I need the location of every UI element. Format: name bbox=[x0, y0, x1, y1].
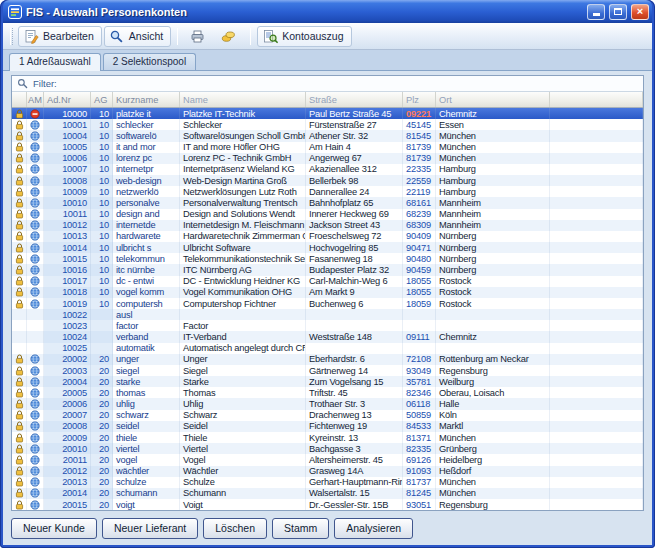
cell-name: Uhlig bbox=[180, 398, 306, 409]
table-row[interactable]: 10006 10 lorenz pc Lorenz PC - Technik G… bbox=[12, 153, 643, 164]
table-row[interactable]: 10001 10 schlecker Schlecker Fürstenstra… bbox=[12, 119, 643, 130]
table-row[interactable]: 20010 20 viertel Viertel Bachgasse 3 823… bbox=[12, 443, 643, 454]
filter-row[interactable]: Filter: bbox=[12, 76, 643, 92]
cell-ort: Mannheim bbox=[436, 209, 550, 220]
cell-adnr: 20007 bbox=[44, 410, 91, 421]
table-row[interactable]: 10018 10 vogel komm Vogel Kommunikation … bbox=[12, 287, 643, 298]
cell-kurzname: computersh bbox=[113, 298, 180, 309]
table-row[interactable]: 20002 20 unger Unger Eberhardstr. 6 7210… bbox=[12, 354, 643, 365]
cell-kurzname: softwarelö bbox=[113, 130, 180, 141]
toolbar-grip[interactable] bbox=[10, 28, 13, 45]
cell-filler bbox=[550, 276, 643, 287]
table-row[interactable]: 10011 10 design and Design and Solutions… bbox=[12, 209, 643, 220]
column-header-name[interactable]: Name bbox=[180, 92, 306, 107]
table-row[interactable]: 20012 20 wächtler Wächtler Grasweg 14A 9… bbox=[12, 466, 643, 477]
neuer-kunde-button[interactable]: Neuer Kunde bbox=[11, 518, 97, 539]
table-row[interactable]: 10004 10 softwarelö Softwarelösungen Sch… bbox=[12, 130, 643, 141]
table-row[interactable]: 10023 factor Factor bbox=[12, 320, 643, 331]
table-row[interactable]: 20005 20 thomas Thomas Triftstr. 45 8234… bbox=[12, 387, 643, 398]
cell-ag bbox=[91, 309, 113, 320]
table-row[interactable]: 10017 10 dc - entwi DC - Entwicklung Hei… bbox=[12, 276, 643, 287]
cell-ort: Grünberg bbox=[436, 443, 550, 454]
cell-ag: 20 bbox=[91, 365, 113, 376]
table-row[interactable]: 20009 20 thiele Thiele Kyreinstr. 13 813… bbox=[12, 432, 643, 443]
table-row[interactable]: 10016 10 itc nürnbe ITC Nürnberg AG Buda… bbox=[12, 264, 643, 275]
tab-selektionspool[interactable]: 2 Selektionspool bbox=[103, 53, 196, 70]
cell-am bbox=[27, 242, 44, 253]
table-row[interactable]: 10000 10 platzke it Platzke IT-Technik P… bbox=[12, 108, 643, 119]
table-row[interactable]: 10015 10 telekommun Telekommunikationste… bbox=[12, 253, 643, 264]
tab-adressauswahl[interactable]: 1 Adreßauswahl bbox=[9, 53, 101, 71]
table-row[interactable]: 10014 10 ulbricht s Ulbricht Software Ho… bbox=[12, 242, 643, 253]
filter-label: Filter: bbox=[33, 78, 57, 89]
cell-strasse: Fürstenstraße 27 bbox=[306, 119, 403, 130]
cell-name: Thomas bbox=[180, 387, 306, 398]
table-row[interactable]: 10009 10 netzwerklö Netzwerklösungen Lut… bbox=[12, 186, 643, 197]
cell-ort: Weilburg bbox=[436, 376, 550, 387]
cell-strasse: Trothaer Str. 3 bbox=[306, 398, 403, 409]
cell-lock bbox=[12, 276, 27, 287]
search-icon[interactable] bbox=[17, 78, 28, 89]
column-header-adnr[interactable]: Ad.Nr bbox=[44, 92, 91, 107]
lock-icon bbox=[15, 131, 24, 141]
table-row[interactable]: 20003 20 siegel Siegel Gärtnerweg 14 930… bbox=[12, 365, 643, 376]
kontoauszug-label: Kontoauszug bbox=[282, 30, 343, 42]
analysieren-button[interactable]: Analysieren bbox=[334, 518, 413, 539]
cell-kurzname: viertel bbox=[113, 443, 180, 454]
money-button[interactable] bbox=[215, 26, 244, 47]
table-row[interactable]: 20008 20 seidel Seidel Fichtenweg 19 845… bbox=[12, 421, 643, 432]
cell-strasse: Gärtnerweg 14 bbox=[306, 365, 403, 376]
cell-strasse: Angerweg 67 bbox=[306, 153, 403, 164]
table-row[interactable]: 10007 10 internetpr Internetpräsenz Wiel… bbox=[12, 164, 643, 175]
table-row[interactable]: 20006 20 uhlig Uhlig Trothaer Str. 3 061… bbox=[12, 398, 643, 409]
cell-am bbox=[27, 454, 44, 465]
minimize-button[interactable] bbox=[587, 4, 605, 20]
globe-icon bbox=[30, 444, 40, 454]
column-header-lock[interactable] bbox=[12, 92, 27, 107]
table-row[interactable]: 10010 10 personalve Personalverwaltung T… bbox=[12, 197, 643, 208]
table-row[interactable]: 10013 10 hardwarete Hardwaretechnik Zimm… bbox=[12, 231, 643, 242]
cell-filler bbox=[550, 220, 643, 231]
ansicht-button[interactable]: Ansicht bbox=[104, 26, 171, 47]
table-row[interactable]: 20007 20 schwarz Schwarz Drachenweg 13 5… bbox=[12, 410, 643, 421]
cell-am bbox=[27, 365, 44, 376]
print-button[interactable] bbox=[184, 26, 213, 47]
loeschen-button[interactable]: Löschen bbox=[203, 518, 267, 539]
cell-plz: 06118 bbox=[403, 398, 436, 409]
lock-icon bbox=[15, 421, 24, 431]
cell-lock bbox=[12, 343, 27, 354]
globe-icon bbox=[30, 433, 40, 443]
table-row[interactable]: 20014 20 schumann Schumann Walsertalstr.… bbox=[12, 488, 643, 499]
table-row[interactable]: 10012 10 internetde Internetdesign M. Fl… bbox=[12, 220, 643, 231]
column-header-strasse[interactable]: Straße bbox=[306, 92, 403, 107]
tabstrip: 1 Adreßauswahl 2 Selektionspool bbox=[3, 50, 652, 71]
kontoauszug-button[interactable]: Kontoauszug bbox=[257, 26, 351, 47]
maximize-button[interactable] bbox=[609, 4, 627, 20]
column-header-kurzname[interactable]: Kurzname bbox=[113, 92, 180, 107]
table-row[interactable]: 10025 automatik Automatisch angelegt dur… bbox=[12, 343, 643, 354]
cell-strasse bbox=[306, 309, 403, 320]
stamm-button[interactable]: Stamm bbox=[272, 518, 329, 539]
column-header-plz[interactable]: Plz bbox=[403, 92, 436, 107]
table-row[interactable]: 20013 20 schulze Schulze Gerhart-Hauptma… bbox=[12, 477, 643, 488]
column-header-ag[interactable]: AG bbox=[91, 92, 113, 107]
bearbeiten-button[interactable]: Bearbeiten bbox=[18, 26, 102, 47]
column-header-ort[interactable]: Ort bbox=[436, 92, 550, 107]
neuer-lieferant-button[interactable]: Neuer Lieferant bbox=[102, 518, 198, 539]
table-row[interactable]: 10005 10 it and mor IT and more Höfler O… bbox=[12, 142, 643, 153]
close-button[interactable]: × bbox=[631, 4, 649, 20]
cell-ag: 20 bbox=[91, 432, 113, 443]
cell-kurzname: uhlig bbox=[113, 398, 180, 409]
column-header-am[interactable]: AM bbox=[27, 92, 44, 107]
table-row[interactable]: 20015 20 voigt Voigt Dr.-Gessler-Str. 15… bbox=[12, 499, 643, 510]
table-row[interactable]: 10024 verband IT-Verband Weststraße 148 … bbox=[12, 331, 643, 342]
cell-lock bbox=[12, 164, 27, 175]
cell-name: Softwarelösungen Scholl GmbH bbox=[180, 130, 306, 141]
table-row[interactable]: 10008 10 web-design Web-Design Martina G… bbox=[12, 175, 643, 186]
table-row[interactable]: 10019 10 computersh Computershop Fichtne… bbox=[12, 298, 643, 309]
cell-filler bbox=[550, 421, 643, 432]
table-row[interactable]: 20011 20 vogel Vogel Altersheimerstr. 45… bbox=[12, 454, 643, 465]
table-row[interactable]: 10022 ausl bbox=[12, 309, 643, 320]
table-row[interactable]: 20004 20 starke Starke Zum Vogelsang 15 … bbox=[12, 376, 643, 387]
lock-icon bbox=[15, 433, 24, 443]
